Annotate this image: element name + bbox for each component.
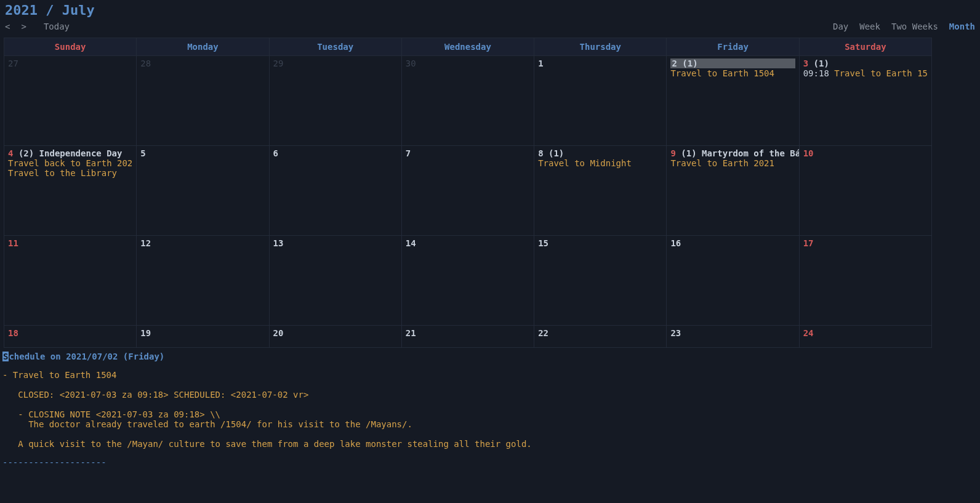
day-cell[interactable]: 6 <box>269 146 401 236</box>
day-number: 29 <box>273 58 284 68</box>
event-count: (1) <box>548 148 564 158</box>
day-number: 18 <box>8 328 18 338</box>
view-two-weeks[interactable]: Two Weeks <box>891 22 938 31</box>
day-cell[interactable]: 13 <box>269 236 401 326</box>
day-cell[interactable]: 20 <box>269 326 401 348</box>
day-number: 15 <box>538 238 548 248</box>
day-cell[interactable]: 5 <box>137 146 269 236</box>
calendar-event[interactable]: Travel to Earth 1504 <box>670 68 795 78</box>
day-cell[interactable]: 8 (1)Travel to Midnight <box>534 146 667 236</box>
event-count: (1) <box>681 148 696 158</box>
day-cell[interactable]: 15 <box>534 236 667 326</box>
day-number: 22 <box>538 328 548 338</box>
schedule-body: - Travel to Earth 1504 CLOSED: <2021-07-… <box>2 370 975 449</box>
day-cell[interactable]: 28 <box>137 56 269 146</box>
day-cell[interactable]: 18 <box>4 326 137 348</box>
day-number: 9 <box>670 148 675 158</box>
day-number: 8 <box>538 148 543 158</box>
day-number: 2 <box>672 58 677 68</box>
day-cell[interactable]: 24 <box>799 326 931 348</box>
view-week[interactable]: Week <box>859 22 880 31</box>
event-count: (1) <box>814 58 829 68</box>
day-header: Wednesday <box>401 38 534 56</box>
schedule-title: Schedule on 2021/07/02 (Friday) <box>2 352 975 361</box>
event-count: (2) <box>18 148 34 158</box>
day-number: 11 <box>8 238 18 248</box>
day-cell[interactable]: 21 <box>401 326 534 348</box>
day-cell[interactable]: 10 <box>799 146 931 236</box>
day-cell[interactable]: 23 <box>667 326 799 348</box>
day-cell[interactable]: 1 <box>534 56 667 146</box>
day-number: 16 <box>670 238 681 248</box>
day-number: 20 <box>273 328 284 338</box>
calendar-event[interactable]: Travel back to Earth 2021 <box>8 158 132 168</box>
calendar-event[interactable]: Travel to Earth 2021 <box>670 158 795 168</box>
day-cell[interactable]: 29 <box>269 56 401 146</box>
holiday-label: Independence Day <box>39 148 122 158</box>
day-cell[interactable]: 3 (1)09:18 Travel to Earth 1504 <box>799 56 931 146</box>
day-header: Monday <box>137 38 269 56</box>
event-time: 09:18 <box>803 68 835 78</box>
cursor: S <box>2 352 9 361</box>
day-number: 21 <box>406 328 416 338</box>
day-cell[interactable]: 11 <box>4 236 137 326</box>
day-cell[interactable]: 9 (1) Martyrdom of the BábTravel to Eart… <box>667 146 799 236</box>
view-day[interactable]: Day <box>833 22 848 31</box>
prev-button[interactable]: < <box>5 22 10 31</box>
schedule-divider: -------------------- <box>2 457 975 467</box>
day-cell[interactable]: 14 <box>401 236 534 326</box>
day-number: 6 <box>273 148 278 158</box>
day-number: 12 <box>140 238 151 248</box>
day-number: 17 <box>803 238 814 248</box>
day-header: Thursday <box>534 38 667 56</box>
event-title: Travel to Earth 1504 <box>834 68 928 78</box>
day-number: 5 <box>140 148 145 158</box>
day-number: 10 <box>803 148 814 158</box>
event-title: Travel to Earth 1504 <box>670 68 774 78</box>
calendar-event[interactable]: 09:18 Travel to Earth 1504 <box>803 68 928 78</box>
day-number: 28 <box>140 58 151 68</box>
day-header: Saturday <box>799 38 931 56</box>
page-title: 2021 / July <box>5 2 95 18</box>
view-switcher: Day Week Two Weeks Month <box>833 22 975 31</box>
day-cell[interactable]: 27 <box>4 56 137 146</box>
day-number: 3 <box>803 58 808 68</box>
view-month[interactable]: Month <box>949 22 975 31</box>
day-cell[interactable]: 12 <box>137 236 269 326</box>
day-number: 14 <box>406 238 416 248</box>
day-cell[interactable]: 7 <box>401 146 534 236</box>
event-title: Travel to Midnight <box>538 158 632 168</box>
day-number: 23 <box>670 328 681 338</box>
event-count: (1) <box>682 58 697 68</box>
day-cell[interactable]: 22 <box>534 326 667 348</box>
day-cell[interactable]: 17 <box>799 236 931 326</box>
day-number: 4 <box>8 148 13 158</box>
day-number: 13 <box>273 238 284 248</box>
schedule-detail-pane: Schedule on 2021/07/02 (Friday) - Travel… <box>0 348 980 472</box>
day-number: 19 <box>140 328 151 338</box>
event-title: Travel back to Earth 2021 <box>8 158 132 168</box>
next-button[interactable]: > <box>21 22 26 31</box>
today-button[interactable]: Today <box>44 22 70 31</box>
day-number: 27 <box>8 58 18 68</box>
calendar-event[interactable]: Travel to the Library <box>8 168 132 178</box>
day-cell[interactable]: 16 <box>667 236 799 326</box>
month-grid: SundayMondayTuesdayWednesdayThursdayFrid… <box>4 38 932 348</box>
day-cell[interactable]: 2 (1)Travel to Earth 1504 <box>667 56 799 146</box>
day-number: 24 <box>803 328 814 338</box>
holiday-label: Martyrdom of the Báb <box>702 148 799 158</box>
day-cell[interactable]: 4 (2) Independence DayTravel back to Ear… <box>4 146 137 236</box>
day-number: 7 <box>406 148 411 158</box>
day-number: 30 <box>406 58 416 68</box>
event-title: Travel to Earth 2021 <box>670 158 774 168</box>
day-header: Sunday <box>4 38 137 56</box>
day-header: Friday <box>667 38 799 56</box>
day-cell[interactable]: 19 <box>137 326 269 348</box>
day-cell[interactable]: 30 <box>401 56 534 146</box>
day-number: 1 <box>538 58 543 68</box>
event-title: Travel to the Library <box>8 168 117 178</box>
day-header: Tuesday <box>269 38 401 56</box>
calendar-event[interactable]: Travel to Midnight <box>538 158 662 168</box>
